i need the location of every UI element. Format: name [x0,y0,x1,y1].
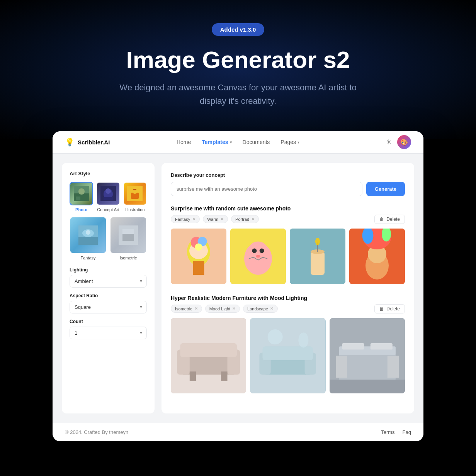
art-style-grid-row1: Photo Concept Art [70,182,147,212]
art-style-label: Art Style [70,171,147,176]
delete-button-2[interactable]: 🗑 Delete [374,304,405,313]
sidebar: Art Style Photo [62,163,155,413]
svg-rect-49 [190,371,196,381]
svg-point-31 [260,248,264,253]
svg-rect-3 [76,196,80,200]
prompt-row: Generate [171,182,405,196]
sun-icon[interactable]: ☀ [386,138,392,146]
navbar-actions: ☀ 🎨 [325,135,411,149]
art-item-illustration[interactable]: Illustration [123,182,147,212]
svg-rect-61 [342,343,364,349]
hero-subtitle: We deigned an awesome Canvas for your aw… [118,81,358,108]
nav-home[interactable]: Home [177,139,191,145]
art-label-fantasy: Fantasy [80,256,95,260]
lighting-select[interactable]: Ambient Natural Studio Dramatic [70,275,147,288]
svg-rect-11 [133,189,136,190]
image-grid-1 [171,229,405,284]
hero-title: Image Generator s2 [126,47,350,73]
avatar[interactable]: 🎨 [397,135,411,149]
tag-landscape: Landscape ✕ [243,305,278,313]
tag-remove-landscape[interactable]: ✕ [270,306,274,311]
result-section-1: Surprise me with random cute awesome pho… [171,205,405,284]
nav-documents[interactable]: Documents [243,139,270,145]
prompt-input[interactable] [171,182,362,196]
nav-templates[interactable]: Templates ▾ [202,139,231,145]
svg-point-29 [248,241,269,262]
brand-icon: 💡 [65,137,75,147]
count-dropdown-wrapper: 1 2 4 [70,327,147,339]
tag-remove-warm[interactable]: ✕ [220,217,224,222]
content-area: Describe your concept Generate Surprise … [162,163,414,413]
aspect-ratio-label: Aspect Ratio [70,293,147,298]
result-image-colorful [349,229,405,284]
result-title-2: Hyper Realistic Modern Furniture with Mo… [171,295,405,301]
trash-icon: 🗑 [379,306,384,312]
hero-section: Added v1.3.0 Image Generator s2 We deign… [0,0,476,139]
describe-label: Describe your concept [171,172,405,178]
result-image-bedroom [330,318,405,393]
footer-faq[interactable]: Faq [403,429,411,435]
tag-warm: Warm ✕ [203,215,228,223]
count-select[interactable]: 1 2 4 [70,327,147,339]
tag-remove-isometric[interactable]: ✕ [194,306,198,311]
art-item-isometric[interactable]: Isometric [110,217,147,260]
svg-rect-22 [193,261,204,275]
footer-terms[interactable]: Terms [381,429,394,435]
tag-remove-portrait[interactable]: ✕ [251,217,255,222]
art-label-concept: Concept Art [97,207,119,212]
svg-point-26 [195,243,202,251]
generate-button[interactable]: Generate [366,182,405,196]
svg-point-57 [299,332,309,347]
art-item-concept[interactable]: Concept Art [96,182,120,212]
svg-rect-64 [336,356,347,378]
art-label-isometric: Isometric [120,256,137,260]
avatar-image: 🎨 [400,139,408,146]
navbar-nav: Home Templates ▾ Documents Pages ▾ [151,139,325,145]
result-image-sofa2 [250,318,325,393]
svg-point-6 [105,188,111,194]
chevron-down-icon: ▾ [230,140,232,144]
svg-rect-62 [370,343,392,349]
tag-remove-mood-light[interactable]: ✕ [232,306,236,311]
svg-point-15 [86,230,90,235]
tag-row-1: Fantasy ✕ Warm ✕ Portrait ✕ 🗑 Delete [171,215,405,224]
tag-mood-light: Mood Light ✕ [205,305,240,313]
art-label-photo: Photo [75,207,87,212]
result-section-2: Hyper Realistic Modern Furniture with Mo… [171,295,405,393]
svg-rect-48 [180,343,236,357]
version-badge: Added v1.3.0 [212,23,265,36]
art-item-fantasy[interactable]: Fantasy [70,217,107,260]
result-title-1: Surprise me with random cute awesome pho… [171,205,405,212]
svg-point-30 [252,248,257,253]
svg-rect-50 [221,371,227,381]
result-image-candle [290,229,345,284]
tag-row-2: Isometric ✕ Mood Light ✕ Landscape ✕ 🗑 D… [171,304,405,313]
trash-icon: 🗑 [379,217,384,222]
aspect-ratio-select[interactable]: Square Portrait Landscape Widescreen [70,301,147,313]
lighting-dropdown-wrapper: Ambient Natural Studio Dramatic [70,275,147,288]
nav-pages[interactable]: Pages ▾ [280,139,299,145]
svg-rect-63 [330,379,405,393]
svg-marker-19 [122,229,134,234]
tag-portrait: Portrait ✕ [231,215,258,223]
result-image-cat [230,229,286,284]
delete-button-1[interactable]: 🗑 Delete [374,215,405,224]
image-grid-2 [171,318,405,393]
art-item-photo[interactable]: Photo [70,182,93,212]
svg-point-32 [256,255,260,257]
navbar: 💡 Scribbler.AI Home Templates ▾ Document… [53,131,423,154]
svg-point-37 [315,238,320,245]
tag-isometric: Isometric ✕ [171,305,202,313]
svg-point-2 [78,188,85,195]
svg-rect-13 [78,237,98,245]
chevron-down-icon: ▾ [298,140,299,144]
svg-rect-55 [263,346,313,360]
art-style-grid-row2: Fantasy Isometric [70,217,147,260]
tag-fantasy: Fantasy ✕ [171,215,200,223]
copyright: © 2024. Crafted By themeyn [65,429,128,435]
count-label: Count [70,319,147,324]
tag-remove-fantasy[interactable]: ✕ [192,217,196,222]
brand: 💡 Scribbler.AI [65,137,151,147]
svg-rect-17 [122,233,134,241]
app-container: 💡 Scribbler.AI Home Templates ▾ Document… [53,131,423,441]
